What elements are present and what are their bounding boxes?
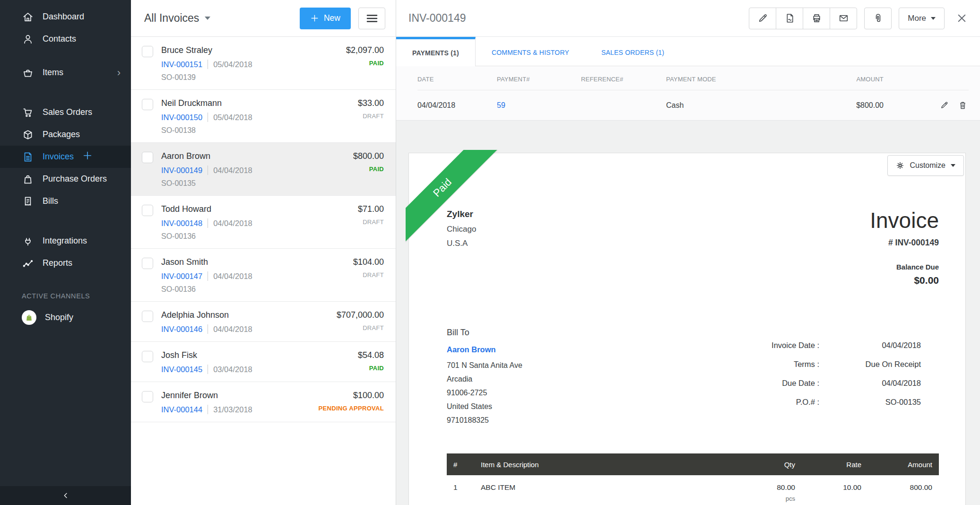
payments-section: DATE PAYMENT# REFERENCE# PAYMENT MODE AM…: [396, 66, 980, 121]
close-icon: [956, 12, 968, 24]
collapse-sidebar-button[interactable]: [0, 486, 131, 505]
edit-button[interactable]: [749, 8, 776, 29]
sidebar-item-label: Items: [43, 68, 63, 78]
sidebar-item-contacts[interactable]: Contacts: [0, 28, 131, 50]
delete-payment-icon[interactable]: [958, 100, 968, 110]
invoice-number-link[interactable]: INV-000147: [161, 272, 202, 281]
company-country: U.S.A: [447, 239, 476, 248]
tab-comments-history[interactable]: COMMENTS & HISTORY: [476, 37, 585, 66]
invoice-amount: $54.08: [358, 350, 384, 360]
sidebar-item-sales-orders[interactable]: Sales Orders: [0, 101, 131, 123]
invoice-number-link[interactable]: INV-000149: [161, 166, 202, 175]
invoice-date: 05/04/2018: [213, 113, 252, 122]
sidebar-item-invoices[interactable]: Invoices: [0, 146, 131, 168]
tab-sales-orders[interactable]: SALES ORDERS (1): [585, 37, 680, 66]
sidebar-item-bills[interactable]: Bills: [0, 190, 131, 212]
invoice-checkbox[interactable]: [142, 391, 153, 402]
new-button-label: New: [324, 13, 340, 23]
invoice-list-item[interactable]: Adelphia Johnson INV-000146 04/04/2018 $…: [131, 302, 396, 342]
sidebar-item-reports[interactable]: Reports: [0, 252, 131, 274]
invoice-list-item[interactable]: Jason Smith INV-000147 04/04/2018 SO-001…: [131, 249, 396, 302]
invoice-number-link[interactable]: INV-000150: [161, 113, 202, 122]
list-menu-button[interactable]: [358, 8, 385, 29]
invoice-list-item[interactable]: Bruce Straley INV-000151 05/04/2018 SO-0…: [131, 37, 396, 90]
detail-title: INV-000149: [408, 12, 466, 25]
invoice-number-link[interactable]: INV-000144: [161, 405, 202, 414]
invoice-list-item[interactable]: Todd Howard INV-000148 04/04/2018 SO-001…: [131, 196, 396, 249]
invoice-number-link[interactable]: INV-000146: [161, 325, 202, 334]
sidebar-item-items[interactable]: Items ›: [0, 61, 131, 84]
column-header-num: #: [447, 461, 474, 469]
company-city: Chicago: [447, 225, 476, 234]
package-icon: [22, 129, 34, 141]
attach-button[interactable]: [864, 8, 892, 29]
tab-payments[interactable]: PAYMENTS (1): [396, 37, 476, 66]
new-invoice-button[interactable]: New: [300, 8, 351, 29]
company-block: Zylker Chicago U.S.A: [447, 209, 476, 286]
invoice-document: Paid Customize Zylker Chicago U.S.A: [408, 153, 966, 505]
balance-due-label: Balance Due: [870, 263, 939, 271]
toolbar-button-group: [749, 8, 857, 29]
email-button[interactable]: [830, 8, 857, 29]
balance-due-value: $0.00: [870, 275, 939, 286]
invoice-list-item[interactable]: Neil Druckmann INV-000150 05/04/2018 SO-…: [131, 90, 396, 143]
pencil-icon: [757, 12, 769, 24]
list-filter-dropdown[interactable]: All Invoices: [144, 12, 210, 25]
column-header-item-description: Item & Description: [474, 461, 731, 469]
invoice-preview-area: Paid Customize Zylker Chicago U.S.A: [396, 121, 980, 505]
invoice-amount: $33.00: [358, 98, 384, 108]
invoice-list-item[interactable]: Josh Fisk INV-000145 03/04/2018 $54.08 P…: [131, 342, 396, 382]
invoice-amount: $100.00: [319, 391, 384, 401]
more-button[interactable]: More: [899, 8, 945, 29]
invoice-list-item[interactable]: Aaron Brown INV-000149 04/04/2018 SO-001…: [131, 143, 396, 196]
sidebar-item-label: Purchase Orders: [43, 174, 107, 184]
invoice-meta-block: Invoice Date :04/04/2018 Terms :Due On R…: [720, 341, 939, 427]
item-row: 1 ABC ITEM 80.00pcs 10.00 800.00: [447, 475, 939, 505]
due-date-label: Due Date :: [720, 379, 819, 388]
invoice-list-item[interactable]: Jennifer Brown INV-000144 31/03/2018 $10…: [131, 382, 396, 422]
bill-to-label: Bill To: [447, 328, 522, 338]
column-header-date: DATE: [417, 76, 497, 83]
detail-tabs: PAYMENTS (1) COMMENTS & HISTORY SALES OR…: [396, 37, 980, 66]
invoice-checkbox[interactable]: [142, 152, 153, 163]
invoice-list-panel: All Invoices New Bruce Straley INV-00015…: [131, 0, 396, 505]
hamburger-icon: [366, 14, 378, 23]
sidebar-item-label: Shopify: [45, 313, 73, 322]
invoice-checkbox[interactable]: [142, 351, 153, 362]
invoice-checkbox[interactable]: [142, 258, 153, 269]
invoice-checkbox[interactable]: [142, 311, 153, 322]
add-invoice-button[interactable]: [82, 150, 93, 163]
invoice-checkbox[interactable]: [142, 205, 153, 216]
sidebar-item-dashboard[interactable]: Dashboard: [0, 6, 131, 28]
invoice-checkbox[interactable]: [142, 99, 153, 110]
sidebar-item-integrations[interactable]: Integrations: [0, 230, 131, 252]
invoice-list: Bruce Straley INV-000151 05/04/2018 SO-0…: [131, 37, 396, 505]
invoice-date: 03/04/2018: [213, 365, 252, 374]
status-badge: DRAFT: [337, 324, 384, 331]
customize-button[interactable]: Customize: [887, 155, 964, 176]
customer-name: Jason Smith: [161, 257, 252, 267]
line-chart-icon: [22, 257, 34, 270]
pdf-button[interactable]: [776, 8, 803, 29]
invoice-number-link[interactable]: INV-000151: [161, 60, 202, 69]
close-detail-button[interactable]: [956, 12, 968, 24]
invoice-checkbox[interactable]: [142, 46, 153, 57]
gear-icon: [896, 161, 904, 170]
status-badge: DRAFT: [353, 271, 384, 279]
plug-icon: [22, 235, 34, 247]
edit-payment-icon[interactable]: [939, 100, 949, 110]
sidebar-item-shopify[interactable]: Shopify: [0, 306, 131, 329]
print-button[interactable]: [803, 8, 830, 29]
sidebar-item-purchase-orders[interactable]: Purchase Orders: [0, 168, 131, 190]
invoice-number-link[interactable]: INV-000148: [161, 219, 202, 228]
payment-number-link[interactable]: 59: [497, 101, 505, 109]
invoice-number-link[interactable]: INV-000145: [161, 365, 202, 374]
sidebar-item-packages[interactable]: Packages: [0, 123, 131, 146]
item-unit: pcs: [737, 495, 795, 502]
customer-name: Josh Fisk: [161, 350, 252, 360]
paperclip-icon: [872, 12, 884, 24]
active-channels-label: ACTIVE CHANNELS: [0, 286, 131, 306]
status-badge: PAID: [358, 365, 384, 372]
bill-to-customer-link[interactable]: Aaron Brown: [447, 345, 496, 354]
column-header-amount: AMOUNT: [817, 76, 884, 83]
